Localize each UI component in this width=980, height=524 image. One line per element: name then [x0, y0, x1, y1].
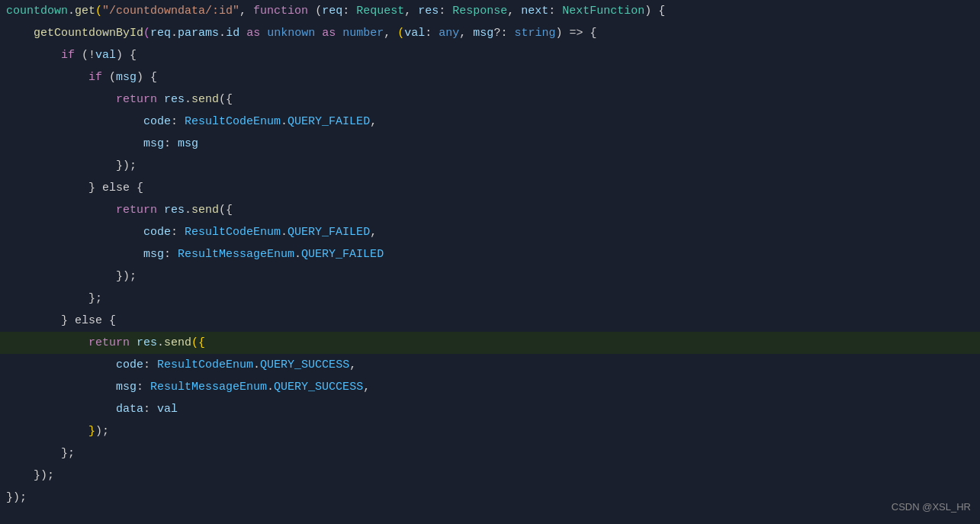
code-token: return	[116, 199, 157, 221]
code-line: });	[0, 155, 980, 177]
code-token: next	[521, 0, 548, 22]
code-token	[6, 111, 143, 133]
code-token: "/countdowndata/:id"	[102, 0, 239, 22]
code-token	[6, 88, 116, 111]
code-token: );	[95, 420, 109, 442]
code-token: Request	[356, 0, 404, 22]
code-token: ) {	[644, 0, 665, 22]
code-token: ResultMessageEnum	[178, 243, 294, 265]
code-token	[6, 265, 116, 288]
code-token: });	[116, 265, 137, 288]
code-line: countdown.get("/countdowndata/:id", func…	[0, 0, 980, 22]
code-line: } else {	[0, 177, 980, 199]
code-line: return res.send({	[0, 199, 980, 221]
code-token	[6, 22, 34, 44]
code-token: send	[164, 332, 191, 354]
code-token: data	[116, 398, 143, 420]
code-token: if	[88, 66, 102, 88]
code-token	[6, 199, 116, 221]
code-line: if (!val) {	[0, 44, 980, 66]
code-token	[6, 288, 88, 310]
code-token: ({	[219, 88, 233, 111]
code-token	[6, 133, 143, 155]
code-line: msg: ResultMessageEnum.QUERY_SUCCESS,	[0, 376, 980, 398]
code-token: ,	[370, 111, 377, 133]
code-token: ?:	[493, 22, 514, 44]
code-token	[6, 155, 116, 177]
code-token	[6, 44, 61, 66]
code-token: QUERY_SUCCESS	[260, 354, 349, 376]
code-token: :	[171, 221, 185, 243]
code-token: req	[322, 0, 342, 22]
code-token	[315, 22, 322, 44]
code-token: code	[143, 221, 171, 243]
code-token: ,	[404, 0, 418, 22]
code-token: ,	[363, 376, 370, 398]
code-token: });	[116, 155, 137, 177]
code-token: });	[6, 487, 27, 509]
code-token: as	[246, 22, 260, 44]
code-line: msg: msg	[0, 133, 980, 155]
code-token: ResultCodeEnum	[185, 111, 281, 133]
code-token: .	[171, 22, 178, 44]
code-token: msg	[178, 133, 198, 155]
code-token: countdown	[6, 0, 68, 22]
code-token: (	[95, 0, 102, 22]
code-token	[6, 354, 116, 376]
code-token: Response	[452, 0, 507, 22]
code-token: res	[137, 332, 157, 354]
code-token: QUERY_FAILED	[301, 243, 384, 265]
code-token	[260, 22, 267, 44]
code-token: ,	[507, 0, 521, 22]
code-token: .	[267, 376, 274, 398]
code-token: ,	[239, 0, 253, 22]
code-token: .	[185, 88, 191, 111]
code-token: :	[342, 0, 356, 22]
code-line: };	[0, 442, 980, 465]
code-line: return res.send({	[0, 332, 980, 354]
code-token	[6, 465, 34, 487]
code-line: if (msg) {	[0, 66, 980, 88]
code-token: .	[281, 221, 288, 243]
code-token: ,	[384, 22, 397, 44]
code-token: ({	[191, 332, 205, 354]
code-token: .	[281, 111, 288, 133]
code-token: ) => {	[555, 22, 596, 44]
code-token	[6, 310, 61, 332]
code-token: any	[439, 22, 459, 44]
code-token: ({	[219, 199, 233, 221]
code-line: data: val	[0, 398, 980, 420]
code-token: req	[150, 22, 171, 44]
code-token: ,	[459, 22, 473, 44]
code-token: msg	[143, 243, 164, 265]
code-line: } else {	[0, 310, 980, 332]
code-token: :	[164, 243, 178, 265]
code-token: :	[143, 354, 157, 376]
code-token: val	[157, 398, 178, 420]
code-token	[6, 420, 88, 442]
code-token	[6, 66, 88, 88]
code-lines: countdown.get("/countdowndata/:id", func…	[0, 0, 980, 509]
code-token: ,	[370, 221, 377, 243]
code-token	[157, 199, 164, 221]
code-token: res	[418, 0, 439, 22]
code-line: getCountdownById(req.params.id as unknow…	[0, 22, 980, 44]
code-token: (	[143, 22, 150, 44]
code-line: });	[0, 420, 980, 442]
code-token: .	[219, 22, 226, 44]
code-token: function	[253, 0, 308, 22]
code-token: } else {	[61, 310, 116, 332]
code-token: res	[164, 199, 185, 221]
code-token: val	[404, 22, 425, 44]
code-token: code	[116, 354, 143, 376]
code-token: string	[514, 22, 555, 44]
code-token: (!	[75, 44, 95, 66]
code-token: unknown	[267, 22, 315, 44]
code-token: });	[34, 465, 54, 487]
code-token: ResultCodeEnum	[185, 221, 281, 243]
code-token: :	[439, 0, 452, 22]
code-token	[6, 221, 143, 243]
code-token: if	[61, 44, 75, 66]
code-line: });	[0, 465, 980, 487]
code-token: res	[164, 88, 185, 111]
